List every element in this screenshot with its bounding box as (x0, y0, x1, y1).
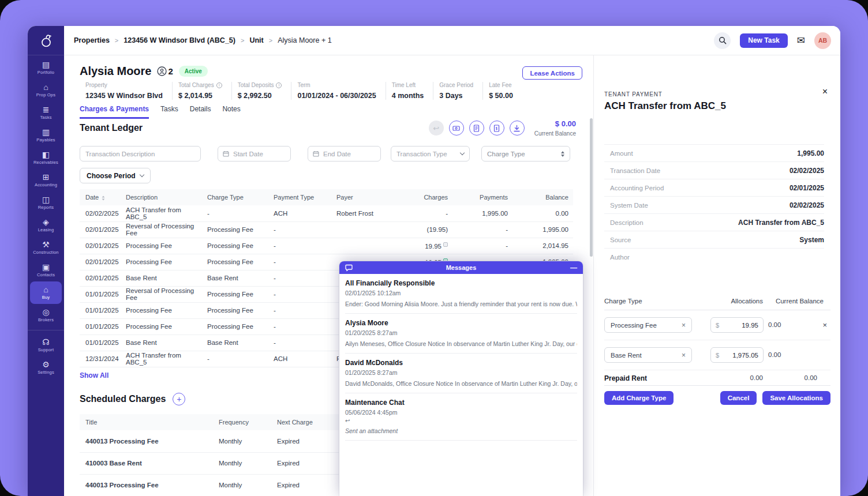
undo-button[interactable]: ↩ (429, 121, 444, 136)
transaction-link[interactable]: Reversal of Processing Fee (124, 286, 205, 302)
scheduled-charge-link[interactable]: 440013 Processing Fee (80, 430, 213, 452)
charge-type-chip[interactable]: Processing Fee × (604, 317, 692, 333)
sidebar-item[interactable]: ☊ Support (30, 334, 62, 356)
breadcrumb-item-tenant[interactable]: Alysia Moore + 1 (278, 36, 331, 44)
transaction-link[interactable]: Reversal of Processing Fee (124, 221, 205, 238)
topbar-actions: New Task ✉ AB (714, 32, 831, 49)
allocation-amount-input[interactable] (721, 322, 758, 329)
invoice-button[interactable] (469, 121, 484, 136)
cell-payment-type: - (271, 238, 334, 254)
cell-charge-type: Processing Fee (205, 302, 271, 318)
cell-payments: - (452, 238, 512, 254)
end-date-input[interactable] (308, 146, 381, 161)
column-header-date[interactable]: Date (80, 189, 124, 205)
table-row[interactable]: 02/01/2025 Processing Fee Processing Fee… (80, 238, 573, 254)
lease-actions-button[interactable]: Lease Actions (522, 66, 582, 80)
cell-charge-type: Base Rent (205, 270, 271, 286)
mail-icon[interactable]: ✉ (797, 35, 805, 47)
transaction-link[interactable]: ACH Transfer from ABC_5 (124, 351, 205, 367)
info-icon[interactable] (276, 82, 282, 88)
sidebar-item[interactable]: ◈ Leasing (30, 214, 62, 236)
transaction-link[interactable]: Processing Fee (124, 318, 205, 335)
transaction-type-select[interactable]: Transaction Type (391, 146, 470, 161)
cell-charges: (19.95) (389, 221, 452, 238)
sidebar-item[interactable]: ⚒ Construction (30, 236, 62, 259)
field-value: 02/01/2025 (790, 184, 824, 192)
tab[interactable]: Notes (222, 105, 240, 119)
sidebar-item[interactable]: ≣ Tasks (30, 102, 62, 124)
charge-type-combobox[interactable]: Charge Type (481, 146, 570, 161)
message-list-item[interactable]: Alysia Moore 01/20/2025 8:27am Ailyn Men… (345, 314, 577, 354)
allocation-amount-input[interactable] (721, 352, 758, 359)
message-list-item[interactable]: Maintenance Chat 05/06/2024 4:45pm ↩ Sen… (345, 393, 577, 441)
occupants[interactable]: 2 (157, 66, 173, 76)
receipt-button[interactable] (489, 121, 504, 136)
cell-balance: 1,995.00 (512, 221, 573, 238)
column-header-charges: Charges (389, 189, 452, 205)
sidebar-item[interactable]: ⌂ Prop Ops (30, 79, 62, 102)
choose-period-button[interactable]: Choose Period (80, 168, 151, 183)
allocation-amount-field[interactable]: $ (710, 317, 764, 333)
tab[interactable]: Charges & Payments (80, 105, 149, 119)
add-charge-type-button[interactable]: Add Charge Type (604, 391, 674, 405)
chip-clear-icon[interactable]: × (682, 351, 686, 359)
scheduled-charge-link[interactable]: 440013 Processing Fee (80, 474, 213, 496)
minimize-icon[interactable]: — (570, 265, 577, 270)
topbar: Properties > 123456 W Windsor Blvd (ABC_… (64, 26, 840, 55)
app-logo[interactable] (28, 26, 64, 55)
charge-type-chip[interactable]: Base Rent × (604, 347, 692, 363)
transaction-link[interactable]: Base Rent (124, 335, 205, 351)
column-header-frequency: Frequency (213, 414, 271, 430)
show-all-link[interactable]: Show All (80, 371, 108, 379)
breadcrumb-item-properties[interactable]: Properties (74, 36, 110, 44)
save-allocations-button[interactable]: Save Allocations (762, 391, 830, 405)
table-row[interactable]: 02/01/2025 Reversal of Processing Fee Pr… (80, 221, 573, 238)
field-label: Amount (604, 150, 633, 157)
cell-charge-type: - (205, 351, 271, 367)
messages-titlebar[interactable]: Messages — (339, 261, 583, 274)
start-date-input[interactable] (218, 146, 291, 161)
vertical-scrollbar[interactable] (590, 118, 593, 257)
search-button[interactable] (714, 32, 731, 49)
chevron-down-icon (460, 151, 465, 155)
transaction-link[interactable]: Processing Fee (124, 254, 205, 270)
transaction-link[interactable]: Processing Fee (124, 302, 205, 318)
tab[interactable]: Details (190, 105, 211, 119)
tab[interactable]: Tasks (160, 105, 178, 119)
close-icon[interactable]: × (822, 87, 828, 96)
breadcrumb-item-property[interactable]: 123456 W Windsor Blvd (ABC_5) (124, 36, 235, 44)
info-icon[interactable] (216, 82, 222, 88)
message-list-item[interactable]: All Financially Responsible 02/01/2025 1… (345, 274, 577, 314)
sidebar-item[interactable]: ▤ Portfolio (30, 57, 62, 79)
status-badge: Active (179, 66, 208, 77)
payment-button[interactable] (449, 121, 464, 136)
transaction-link[interactable]: Processing Fee (124, 238, 205, 254)
new-task-button[interactable]: New Task (740, 33, 787, 48)
chip-clear-icon[interactable]: × (682, 321, 686, 329)
cell-frequency: Monthly (213, 452, 271, 474)
transaction-link[interactable]: Base Rent (124, 270, 205, 286)
scheduled-charge-link[interactable]: 410003 Base Rent (80, 452, 213, 474)
allocation-amount-field[interactable]: $ (710, 347, 764, 363)
transaction-link[interactable]: ACH Transfer from ABC_5 (124, 205, 205, 221)
sidebar-item-icon: ⌂ (43, 285, 48, 294)
message-list-item[interactable]: David McDonalds 01/20/2025 8:27am David … (345, 354, 577, 393)
add-scheduled-charge-button[interactable]: + (173, 393, 185, 405)
sidebar-item[interactable]: ▣ Contacts (30, 259, 62, 281)
download-button[interactable] (510, 121, 525, 136)
remove-allocation-icon[interactable]: × (822, 321, 827, 329)
table-row[interactable]: 02/02/2025 ACH Transfer from ABC_5 - ACH… (80, 205, 573, 221)
sidebar-item[interactable]: ◧ Receivables (30, 146, 62, 169)
breadcrumb-item-unit[interactable]: Unit (249, 36, 263, 44)
cancel-button[interactable]: Cancel (720, 391, 757, 405)
sidebar-item[interactable]: ◫ Reports (30, 191, 62, 214)
sidebar-item[interactable]: ▥ Payables (30, 124, 62, 146)
transaction-description-input[interactable] (80, 146, 201, 161)
sidebar-item[interactable]: ⊞ Accounting (30, 169, 62, 191)
avatar[interactable]: AB (814, 32, 831, 49)
cell-payment-type: ACH (271, 351, 334, 367)
sidebar-item-label: Construction (33, 250, 59, 255)
sidebar-item[interactable]: ⚙ Settings (30, 356, 62, 379)
sidebar-item[interactable]: ◎ Brokers (30, 304, 62, 326)
sidebar-item[interactable]: ⌂ Buy (30, 281, 62, 304)
